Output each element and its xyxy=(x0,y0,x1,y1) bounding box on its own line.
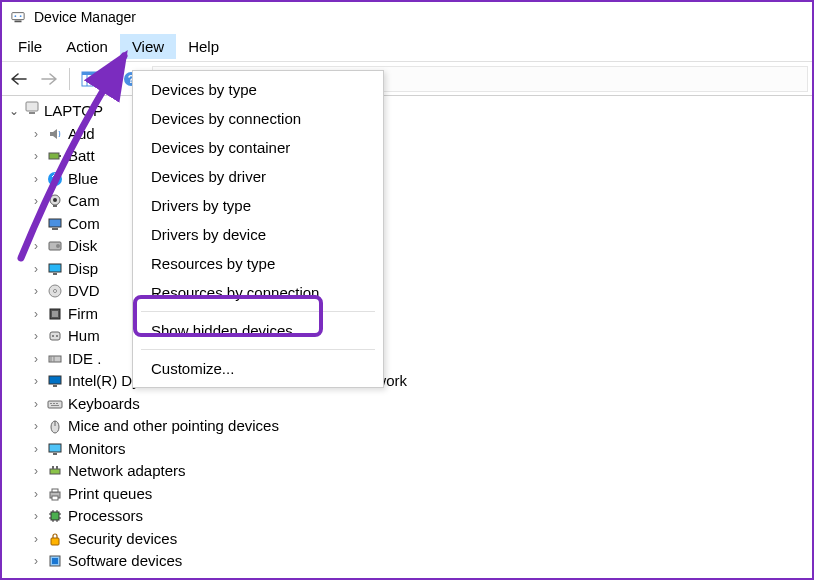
tree-node[interactable]: ›Processors xyxy=(30,505,806,528)
tree-root[interactable]: ⌄ LAPTOP xyxy=(8,100,806,123)
tree-root-label: LAPTOP xyxy=(44,100,103,123)
chevron-right-icon[interactable]: › xyxy=(30,280,42,303)
toolbar-separator xyxy=(69,68,70,90)
disk-icon xyxy=(46,237,64,255)
svg-rect-21 xyxy=(49,264,61,272)
chevron-right-icon[interactable]: › xyxy=(30,550,42,573)
expander-icon[interactable]: ⌄ xyxy=(8,100,20,123)
computer-icon xyxy=(24,100,40,123)
chevron-right-icon[interactable]: › xyxy=(30,505,42,528)
chevron-right-icon[interactable]: › xyxy=(30,393,42,416)
dropdown-item[interactable]: Resources by connection xyxy=(133,278,383,307)
dropdown-item[interactable]: Devices by connection xyxy=(133,104,383,133)
menu-action[interactable]: Action xyxy=(54,34,120,59)
tree-node-label: Cam xyxy=(68,190,100,213)
tree-node-label: Batt xyxy=(68,145,95,168)
chevron-right-icon[interactable]: › xyxy=(30,303,42,326)
svg-rect-26 xyxy=(52,311,58,317)
svg-rect-59 xyxy=(51,538,59,545)
tree-node-label: Aud xyxy=(68,123,95,146)
svg-rect-35 xyxy=(48,401,62,408)
dd-show-hidden[interactable]: Show hidden devices xyxy=(133,316,383,345)
view-dropdown: Devices by typeDevices by connectionDevi… xyxy=(132,70,384,388)
dropdown-item[interactable]: Drivers by type xyxy=(133,191,383,220)
dd-customize[interactable]: Customize... xyxy=(133,354,383,383)
svg-rect-39 xyxy=(51,405,59,406)
svg-rect-22 xyxy=(53,273,57,275)
tree-node-label: Network adapters xyxy=(68,460,186,483)
svg-rect-45 xyxy=(52,466,54,469)
tree-node[interactable]: ›Network adapters xyxy=(30,460,806,483)
svg-rect-36 xyxy=(50,403,52,404)
dropdown-item[interactable]: Drivers by device xyxy=(133,220,383,249)
audio-icon xyxy=(46,125,64,143)
svg-point-3 xyxy=(20,15,22,17)
tree-node[interactable]: ›Monitors xyxy=(30,438,806,461)
svg-rect-16 xyxy=(53,205,57,207)
chevron-right-icon[interactable]: › xyxy=(30,460,42,483)
tree-node-label: Keyboards xyxy=(68,393,140,416)
svg-rect-43 xyxy=(53,453,57,455)
tree-node-label: Disp xyxy=(68,258,98,281)
ide-icon xyxy=(46,350,64,368)
chevron-right-icon[interactable]: › xyxy=(30,370,42,393)
tree-node-label: DVD xyxy=(68,280,100,303)
svg-rect-9 xyxy=(26,102,38,111)
menu-view[interactable]: View xyxy=(120,34,176,59)
chevron-right-icon[interactable]: › xyxy=(30,258,42,281)
chevron-right-icon[interactable]: › xyxy=(30,415,42,438)
svg-rect-61 xyxy=(52,558,58,564)
svg-rect-18 xyxy=(52,228,58,230)
menu-file[interactable]: File xyxy=(6,34,54,59)
app-icon xyxy=(10,9,26,25)
network-icon xyxy=(46,462,64,480)
dropdown-separator xyxy=(141,311,375,312)
dropdown-item[interactable]: Devices by type xyxy=(133,75,383,104)
software-icon xyxy=(46,552,64,570)
chevron-right-icon[interactable]: › xyxy=(30,190,42,213)
back-button[interactable] xyxy=(6,66,32,92)
chevron-right-icon[interactable]: › xyxy=(30,325,42,348)
tree-node[interactable]: ›Keyboards xyxy=(30,393,806,416)
svg-rect-10 xyxy=(29,112,35,114)
dropdown-item[interactable]: Devices by driver xyxy=(133,162,383,191)
svg-rect-12 xyxy=(59,155,61,157)
forward-button[interactable] xyxy=(36,66,62,92)
svg-rect-27 xyxy=(50,332,60,340)
security-icon xyxy=(46,530,64,548)
chevron-right-icon[interactable]: › xyxy=(30,348,42,371)
display-icon xyxy=(46,260,64,278)
svg-rect-1 xyxy=(15,21,22,23)
menubar: File Action View Help xyxy=(2,32,812,62)
menu-help[interactable]: Help xyxy=(176,34,231,59)
chevron-right-icon[interactable]: › xyxy=(30,483,42,506)
toolbar-separator-2 xyxy=(110,68,111,90)
svg-rect-11 xyxy=(49,153,59,159)
chevron-right-icon[interactable]: › xyxy=(30,213,42,236)
svg-rect-5 xyxy=(82,72,98,75)
svg-rect-46 xyxy=(56,466,58,469)
svg-rect-48 xyxy=(52,489,58,492)
svg-rect-49 xyxy=(52,496,58,500)
svg-point-28 xyxy=(52,335,54,337)
tree-node-label: Disk xyxy=(68,235,97,258)
chevron-right-icon[interactable]: › xyxy=(30,145,42,168)
chevron-right-icon[interactable]: › xyxy=(30,528,42,551)
bluetooth-icon xyxy=(46,170,64,188)
tree-node[interactable]: ›Print queues xyxy=(30,483,806,506)
chevron-right-icon[interactable]: › xyxy=(30,438,42,461)
chevron-right-icon[interactable]: › xyxy=(30,123,42,146)
dropdown-item[interactable]: Devices by container xyxy=(133,133,383,162)
computer-icon xyxy=(46,215,64,233)
svg-rect-44 xyxy=(50,469,60,474)
chevron-right-icon[interactable]: › xyxy=(30,168,42,191)
dropdown-item[interactable]: Resources by type xyxy=(133,249,383,278)
mouse-icon xyxy=(46,417,64,435)
tree-node[interactable]: ›Software devices xyxy=(30,550,806,573)
tree-node[interactable]: ›Security devices xyxy=(30,528,806,551)
tree-node-label: IDE . xyxy=(68,348,101,371)
tree-node[interactable]: ›Mice and other pointing devices xyxy=(30,415,806,438)
tree-node-label: Print queues xyxy=(68,483,152,506)
chevron-right-icon[interactable]: › xyxy=(30,235,42,258)
show-hide-tree-button[interactable] xyxy=(77,66,103,92)
